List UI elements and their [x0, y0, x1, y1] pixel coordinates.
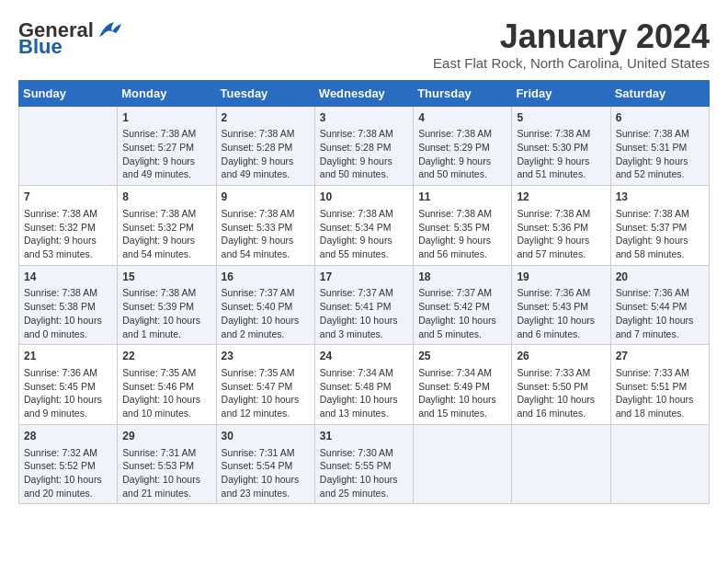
day-info: Sunrise: 7:38 AM Sunset: 5:36 PM Dayligh…	[517, 207, 605, 261]
calendar-cell: 14Sunrise: 7:38 AM Sunset: 5:38 PM Dayli…	[19, 265, 118, 345]
calendar-cell: 31Sunrise: 7:30 AM Sunset: 5:55 PM Dayli…	[314, 424, 413, 504]
day-info: Sunrise: 7:31 AM Sunset: 5:53 PM Dayligh…	[122, 446, 210, 500]
day-info: Sunrise: 7:38 AM Sunset: 5:28 PM Dayligh…	[222, 127, 310, 181]
calendar-title: January 2024	[433, 18, 710, 55]
calendar-cell: 17Sunrise: 7:37 AM Sunset: 5:41 PM Dayli…	[314, 265, 413, 345]
day-info: Sunrise: 7:37 AM Sunset: 5:41 PM Dayligh…	[320, 286, 408, 340]
week-row-1: 1Sunrise: 7:38 AM Sunset: 5:27 PM Daylig…	[19, 106, 710, 186]
day-number: 31	[320, 429, 408, 444]
day-number: 17	[320, 270, 408, 285]
day-number: 21	[24, 349, 112, 364]
day-number: 29	[122, 429, 210, 444]
calendar-cell	[19, 106, 118, 186]
day-header-monday: Monday	[118, 80, 216, 106]
day-number: 13	[616, 190, 704, 205]
calendar-cell: 4Sunrise: 7:38 AM Sunset: 5:29 PM Daylig…	[414, 106, 512, 186]
day-number: 5	[517, 110, 605, 126]
calendar-cell: 5Sunrise: 7:38 AM Sunset: 5:30 PM Daylig…	[512, 106, 610, 186]
calendar-cell: 7Sunrise: 7:38 AM Sunset: 5:32 PM Daylig…	[19, 186, 118, 266]
day-number: 16	[222, 270, 310, 285]
day-number: 24	[320, 349, 408, 364]
day-info: Sunrise: 7:38 AM Sunset: 5:38 PM Dayligh…	[24, 286, 112, 340]
calendar-cell: 19Sunrise: 7:36 AM Sunset: 5:43 PM Dayli…	[512, 265, 610, 345]
day-number: 27	[616, 349, 704, 364]
day-info: Sunrise: 7:38 AM Sunset: 5:29 PM Dayligh…	[418, 127, 506, 181]
calendar-cell: 8Sunrise: 7:38 AM Sunset: 5:32 PM Daylig…	[118, 186, 216, 266]
day-number: 20	[616, 270, 704, 285]
day-number: 18	[418, 270, 506, 285]
day-number: 9	[222, 190, 310, 205]
day-number: 28	[24, 429, 112, 444]
logo-blue: Blue	[18, 35, 63, 59]
day-info: Sunrise: 7:38 AM Sunset: 5:34 PM Dayligh…	[320, 207, 408, 261]
day-info: Sunrise: 7:36 AM Sunset: 5:43 PM Dayligh…	[517, 286, 605, 340]
day-header-thursday: Thursday	[414, 80, 512, 106]
calendar-cell: 1Sunrise: 7:38 AM Sunset: 5:27 PM Daylig…	[118, 106, 216, 186]
day-info: Sunrise: 7:33 AM Sunset: 5:51 PM Dayligh…	[616, 366, 704, 420]
day-info: Sunrise: 7:35 AM Sunset: 5:47 PM Dayligh…	[222, 366, 310, 420]
day-info: Sunrise: 7:36 AM Sunset: 5:45 PM Dayligh…	[24, 366, 112, 420]
day-info: Sunrise: 7:38 AM Sunset: 5:39 PM Dayligh…	[122, 286, 210, 340]
day-number: 4	[418, 110, 506, 126]
day-info: Sunrise: 7:38 AM Sunset: 5:37 PM Dayligh…	[616, 207, 704, 261]
calendar-cell: 28Sunrise: 7:32 AM Sunset: 5:52 PM Dayli…	[19, 424, 118, 504]
day-number: 23	[222, 349, 310, 364]
day-number: 12	[517, 190, 605, 205]
day-info: Sunrise: 7:33 AM Sunset: 5:50 PM Dayligh…	[517, 366, 605, 420]
day-number: 15	[122, 270, 210, 285]
day-number: 2	[222, 110, 310, 126]
calendar-cell: 18Sunrise: 7:37 AM Sunset: 5:42 PM Dayli…	[414, 265, 512, 345]
day-info: Sunrise: 7:34 AM Sunset: 5:48 PM Dayligh…	[320, 366, 408, 420]
day-info: Sunrise: 7:34 AM Sunset: 5:49 PM Dayligh…	[418, 366, 506, 420]
day-header-saturday: Saturday	[610, 80, 709, 106]
day-info: Sunrise: 7:31 AM Sunset: 5:54 PM Dayligh…	[222, 446, 310, 500]
week-row-3: 14Sunrise: 7:38 AM Sunset: 5:38 PM Dayli…	[19, 265, 710, 345]
calendar-cell: 10Sunrise: 7:38 AM Sunset: 5:34 PM Dayli…	[314, 186, 413, 266]
calendar-cell: 29Sunrise: 7:31 AM Sunset: 5:53 PM Dayli…	[118, 424, 216, 504]
day-info: Sunrise: 7:30 AM Sunset: 5:55 PM Dayligh…	[320, 446, 408, 500]
calendar-cell: 25Sunrise: 7:34 AM Sunset: 5:49 PM Dayli…	[414, 345, 512, 425]
calendar-cell: 9Sunrise: 7:38 AM Sunset: 5:33 PM Daylig…	[216, 186, 314, 266]
day-number: 19	[517, 270, 605, 285]
day-header-tuesday: Tuesday	[216, 80, 314, 106]
day-header-wednesday: Wednesday	[314, 80, 413, 106]
day-info: Sunrise: 7:38 AM Sunset: 5:32 PM Dayligh…	[122, 207, 210, 261]
day-number: 11	[418, 190, 506, 205]
day-header-sunday: Sunday	[19, 80, 118, 106]
week-row-2: 7Sunrise: 7:38 AM Sunset: 5:32 PM Daylig…	[19, 186, 710, 266]
calendar-cell	[512, 424, 610, 504]
day-info: Sunrise: 7:38 AM Sunset: 5:33 PM Dayligh…	[222, 207, 310, 261]
calendar-cell: 16Sunrise: 7:37 AM Sunset: 5:40 PM Dayli…	[216, 265, 314, 345]
day-number: 3	[320, 110, 408, 126]
calendar-cell: 15Sunrise: 7:38 AM Sunset: 5:39 PM Dayli…	[118, 265, 216, 345]
logo: General Blue	[18, 18, 123, 59]
calendar-table: SundayMondayTuesdayWednesdayThursdayFrid…	[18, 80, 710, 505]
day-number: 10	[320, 190, 408, 205]
day-header-friday: Friday	[512, 80, 610, 106]
day-info: Sunrise: 7:37 AM Sunset: 5:42 PM Dayligh…	[418, 286, 506, 340]
week-row-4: 21Sunrise: 7:36 AM Sunset: 5:45 PM Dayli…	[19, 345, 710, 425]
calendar-cell: 2Sunrise: 7:38 AM Sunset: 5:28 PM Daylig…	[216, 106, 314, 186]
day-info: Sunrise: 7:38 AM Sunset: 5:35 PM Dayligh…	[418, 207, 506, 261]
page-header: General Blue January 2024 East Flat Rock…	[18, 18, 710, 71]
calendar-cell: 26Sunrise: 7:33 AM Sunset: 5:50 PM Dayli…	[512, 345, 610, 425]
day-info: Sunrise: 7:35 AM Sunset: 5:46 PM Dayligh…	[122, 366, 210, 420]
calendar-cell: 12Sunrise: 7:38 AM Sunset: 5:36 PM Dayli…	[512, 186, 610, 266]
day-number: 14	[24, 270, 112, 285]
day-info: Sunrise: 7:32 AM Sunset: 5:52 PM Dayligh…	[24, 446, 112, 500]
calendar-cell: 20Sunrise: 7:36 AM Sunset: 5:44 PM Dayli…	[610, 265, 709, 345]
day-info: Sunrise: 7:38 AM Sunset: 5:28 PM Dayligh…	[320, 127, 408, 181]
calendar-cell: 11Sunrise: 7:38 AM Sunset: 5:35 PM Dayli…	[414, 186, 512, 266]
days-header-row: SundayMondayTuesdayWednesdayThursdayFrid…	[19, 80, 710, 106]
day-info: Sunrise: 7:38 AM Sunset: 5:27 PM Dayligh…	[122, 127, 210, 181]
day-number: 6	[616, 110, 704, 126]
logo-bird-icon	[96, 20, 123, 40]
day-number: 7	[24, 190, 112, 205]
day-number: 25	[418, 349, 506, 364]
calendar-subtitle: East Flat Rock, North Carolina, United S…	[433, 55, 710, 71]
day-info: Sunrise: 7:38 AM Sunset: 5:32 PM Dayligh…	[24, 207, 112, 261]
day-number: 22	[122, 349, 210, 364]
calendar-cell: 13Sunrise: 7:38 AM Sunset: 5:37 PM Dayli…	[610, 186, 709, 266]
calendar-cell: 22Sunrise: 7:35 AM Sunset: 5:46 PM Dayli…	[118, 345, 216, 425]
week-row-5: 28Sunrise: 7:32 AM Sunset: 5:52 PM Dayli…	[19, 424, 710, 504]
